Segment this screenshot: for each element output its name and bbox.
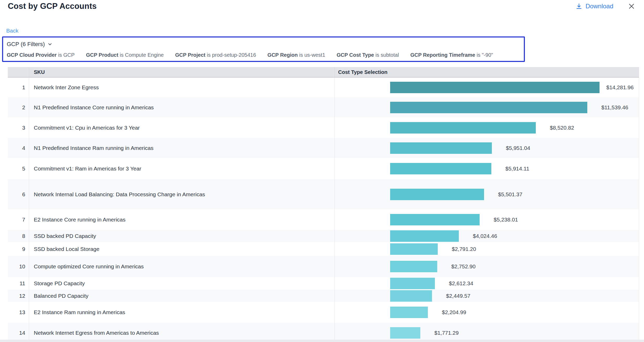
cost-value-label: $5,238.01 [494,217,518,223]
cost-bar-cell: $11,539.46 [335,97,639,117]
sku-cell: Network Internet Egress from Americas to… [29,323,335,342]
cost-bar-cell: $4,024.46 [335,230,639,242]
cost-value-label: $5,501.37 [498,191,522,198]
sku-cell: Balanced PD Capacity [29,290,335,302]
cost-value-label: $2,752.90 [451,263,475,270]
cost-bar[interactable] [390,82,600,93]
row-index: 4 [8,138,29,158]
cost-bar-cell: $2,204.99 [335,302,639,323]
table-row: 11Storage PD Capacity$2,612.34 [8,277,639,290]
row-index: 10 [8,256,29,277]
cost-bar[interactable] [390,278,435,289]
row-index: 1 [8,78,29,97]
table-header-sku: SKU [29,67,335,77]
page-title: Cost by GCP Accounts [8,2,97,11]
cost-bar[interactable] [390,290,432,302]
filter-group-dropdown[interactable]: GCP (6 Filters) [7,41,53,48]
filter-chip-name: GCP Reporting Timeframe [410,52,477,58]
cost-bar-cell: $5,501.37 [335,179,639,209]
cost-bar-cell: $5,914.11 [335,158,639,179]
sku-cell: SSD backed Local Storage [29,242,335,256]
row-index: 14 [8,323,29,342]
download-button[interactable]: Download [576,3,613,10]
table-header-cost-type-selection: Cost Type Selection [335,67,639,77]
filter-chip-name: GCP Region [267,52,299,58]
cost-value-label: $5,951.04 [506,145,530,151]
cost-bar-cell: $2,612.34 [335,277,639,290]
row-index: 5 [8,158,29,179]
cost-bar-cell: $5,951.04 [335,138,639,158]
sku-cell: SSD backed PD Capacity [29,230,335,242]
chevron-down-icon [47,42,53,47]
table-row: 9SSD backed Local Storage$2,791.20 [8,242,639,256]
cost-bar[interactable] [390,189,484,200]
row-index: 2 [8,97,29,117]
row-index: 3 [8,117,29,138]
horizontal-scrollbar-track[interactable] [0,340,644,342]
sku-cell: Commitment v1: Cpu in Americas for 3 Yea… [29,117,335,138]
filter-chip: GCP Product is Compute Engine [86,52,164,58]
table-row: 10Compute optimized Core running in Amer… [8,256,639,277]
filter-chip-name: GCP Product [86,52,120,58]
cost-bar-cell: $5,238.01 [335,209,639,230]
cost-bar[interactable] [390,163,491,174]
filter-chip: GCP Cloud Provider is GCP [7,52,75,58]
cost-bar[interactable] [390,102,587,113]
sku-cell: E2 Instance Ram running in Americas [29,302,335,323]
row-index: 13 [8,302,29,323]
cost-bar[interactable] [390,122,536,134]
table-row: 7E2 Instance Core running in Americas$5,… [8,209,639,230]
table-row: 3Commitment v1: Cpu in Americas for 3 Ye… [8,117,639,138]
cost-value-label: $2,204.99 [442,309,466,315]
download-label: Download [585,3,613,10]
sku-cell: N1 Predefined Instance Core running in A… [29,97,335,117]
cost-bar[interactable] [390,261,437,272]
filter-panel: GCP (6 Filters) GCP Cloud Provider is GC… [2,36,525,62]
table-body: 1Network Inter Zone Egress$14,281.962N1 … [8,78,639,342]
top-actions: Download [576,3,635,10]
sku-cell: Commitment v1: Ram in Americas for 3 Yea… [29,158,335,179]
sku-cell: Network Internal Load Balancing: Data Pr… [29,179,335,209]
cost-bar[interactable] [390,214,480,225]
table-row: 5Commitment v1: Ram in Americas for 3 Ye… [8,158,639,179]
cost-bar[interactable] [390,243,438,255]
cost-bar[interactable] [390,230,459,242]
cost-value-label: $8,520.82 [550,125,574,131]
cost-bar-cell: $2,791.20 [335,242,639,256]
table-header-index [8,67,29,77]
table-row: 8SSD backed PD Capacity$4,024.46 [8,230,639,242]
sku-cell: E2 Instance Core running in Americas [29,209,335,230]
cost-value-label: $11,539.46 [601,104,628,111]
table-row: 12Balanced PD Capacity$2,449.57 [8,290,639,302]
filter-chip: GCP Region is us-west1 [267,52,325,58]
filter-chip: GCP Project is prod-setup-205416 [175,52,256,58]
cost-bar[interactable] [390,142,492,154]
filter-chip-predicate: is prod-setup-205416 [207,52,256,58]
close-icon [628,3,635,10]
sku-cell: N1 Predefined Instance Ram running in Am… [29,138,335,158]
back-link[interactable]: Back [6,28,18,34]
cost-value-label: $4,024.46 [473,233,497,239]
filter-group-label: GCP (6 Filters) [7,41,45,48]
row-index: 7 [8,209,29,230]
table-row: 4N1 Predefined Instance Ram running in A… [8,138,639,158]
cost-bar-cell: $2,449.57 [335,290,639,302]
cost-value-label: $2,791.20 [452,246,476,252]
cost-value-label: $14,281.96 [606,84,634,91]
cost-bar[interactable] [390,307,428,318]
filter-chip-predicate: is us-west1 [299,52,325,58]
cost-table: SKU Cost Type Selection 1Network Inter Z… [8,67,639,342]
close-button[interactable] [628,3,635,10]
table-row: 14Network Internet Egress from Americas … [8,323,639,342]
cost-value-label: $5,914.11 [505,166,529,172]
filter-chip-name: GCP Cloud Provider [7,52,58,58]
cost-bar[interactable] [390,327,420,339]
cost-value-label: $2,612.34 [449,280,473,287]
filter-chip-predicate: is subtotal [376,52,399,58]
cost-bar-cell: $14,281.96 [335,78,639,97]
row-index: 12 [8,290,29,302]
filter-chip-list: GCP Cloud Provider is GCPGCP Product is … [7,52,524,58]
row-index: 6 [8,179,29,209]
table-row: 2N1 Predefined Instance Core running in … [8,97,639,117]
cost-bar-cell: $8,520.82 [335,117,639,138]
